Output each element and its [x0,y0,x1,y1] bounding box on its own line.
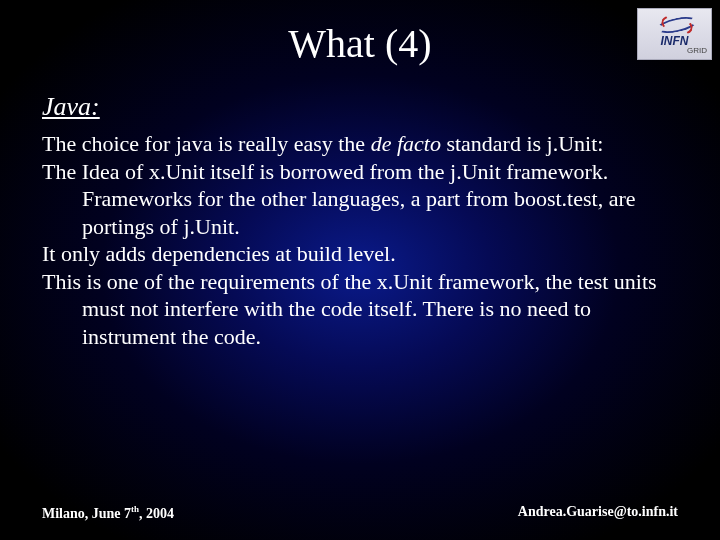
footer-left-a: Milano, June 7 [42,506,131,521]
paragraph-3: It only adds dependencies at build level… [42,240,678,268]
footer: Milano, June 7th, 2004 Andrea.Guarise@to… [42,504,678,522]
paragraph-2: The Idea of x.Unit itself is borrowed fr… [42,158,678,241]
body-text: The choice for java is really easy the d… [42,130,678,350]
paragraph-1: The choice for java is really easy the d… [42,130,678,158]
p1-part-a: The choice for java is really easy the [42,131,371,156]
slide: INFN GRID What (4) Java: The choice for … [0,0,720,540]
footer-right: Andrea.Guarise@to.infn.it [518,504,678,522]
slide-title: What (4) [0,20,720,67]
footer-left: Milano, June 7th, 2004 [42,504,174,522]
paragraph-4: This is one of the requirements of the x… [42,268,678,351]
section-heading: Java: [42,92,100,122]
p1-part-c: standard is j.Unit: [441,131,604,156]
footer-left-c: , 2004 [139,506,174,521]
p1-italic: de facto [371,131,441,156]
footer-left-sup: th [131,504,139,514]
